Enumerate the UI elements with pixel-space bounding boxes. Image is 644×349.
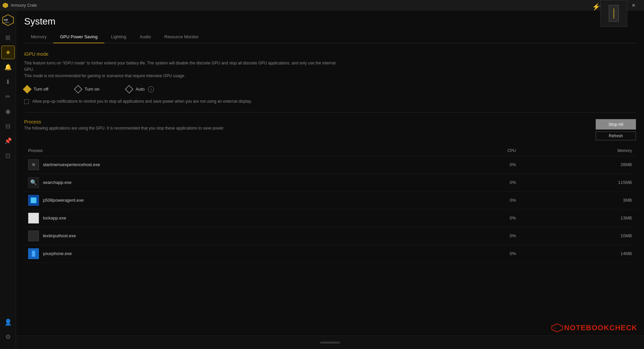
checkbox-label: Allow pop-up notifications to remind you… <box>32 99 252 104</box>
process-name: p508poweragent.exe <box>43 198 84 203</box>
process-icon <box>28 248 39 259</box>
process-name: textinputhost.exe <box>43 233 76 238</box>
sidebar-item-highlight[interactable]: ★ <box>1 46 15 59</box>
process-table: Process CPU Memory ✕ <box>24 146 636 263</box>
svg-text:TUF: TUF <box>4 19 8 21</box>
bottom-bar-indicator <box>320 342 340 344</box>
settings-icon: ⚙ <box>5 333 11 341</box>
tab-lighting[interactable]: Lighting <box>104 31 133 43</box>
tab-gpu-power-saving[interactable]: GPU Power Saving <box>53 31 104 43</box>
process-memory: 28MB <box>520 156 636 173</box>
tab-audio[interactable]: Audio <box>133 31 158 43</box>
corner-widget <box>600 0 627 27</box>
stop-all-button[interactable]: Stop All <box>596 119 636 130</box>
sidebar-item-home[interactable]: ⊞ <box>1 31 15 44</box>
process-memory: 115MB <box>520 173 636 191</box>
sidebar-item-sliders[interactable]: ⊟ <box>1 119 15 133</box>
process-section: Process The following applications are u… <box>24 119 636 263</box>
sidebar-item-media[interactable]: ◉ <box>1 105 15 118</box>
download-icon: ⬇ <box>5 78 10 86</box>
process-memory: 14MB <box>520 245 636 262</box>
process-name: yourphone.exe <box>43 251 72 256</box>
process-desc: The following applications are using the… <box>24 126 224 131</box>
svg-text:GAMING: GAMING <box>3 22 9 23</box>
bottom-bar <box>16 336 644 349</box>
process-cpu: 0% <box>435 173 520 191</box>
table-row: ✕ startmenuexperiencehost.exe 0% 28MB <box>24 156 636 173</box>
user-icon: 👤 <box>4 318 12 326</box>
sliders-icon: ⊟ <box>5 122 10 130</box>
table-row: yourphone.exe 0% 14MB <box>24 245 636 262</box>
sidebar-item-settings[interactable]: ⚙ <box>1 330 15 344</box>
process-name: startmenuexperiencehost.exe <box>43 162 100 167</box>
tab-memory[interactable]: Memory <box>24 31 53 43</box>
pin-icon: 📌 <box>4 137 12 145</box>
app-title: Armoury Crate <box>11 3 37 8</box>
process-icon <box>28 213 39 223</box>
info-icon[interactable]: i <box>148 86 154 92</box>
sidebar: TUF GAMING ⊞ ★ 🔔 ⬇ ✏ ◉ ⊟ 📌 ⊡ <box>0 11 16 349</box>
igpu-title: iGPU mode <box>24 51 636 57</box>
process-name: searchapp.exe <box>43 180 71 185</box>
tab-resource-monitor[interactable]: Resource Monitor <box>158 31 206 43</box>
diamond-filled-icon <box>23 85 31 93</box>
sidebar-item-pin[interactable]: 📌 <box>1 134 15 148</box>
turn-on-label: Turn on <box>85 87 99 92</box>
sidebar-item-notifications[interactable]: 🔔 <box>1 60 15 74</box>
process-cpu: 0% <box>435 191 520 209</box>
refresh-button[interactable]: Refresh <box>596 132 636 140</box>
igpu-section: iGPU mode This feature turns on "iGPU mo… <box>24 51 636 104</box>
toggle-auto[interactable]: Auto i <box>126 86 154 92</box>
toggle-row: Turn off Turn on Auto i <box>24 86 636 92</box>
process-cpu: 0% <box>435 209 520 227</box>
process-name: lockapp.exe <box>43 215 66 220</box>
process-memory: 3MB <box>520 191 636 209</box>
corner-icon: ⚡ <box>592 3 600 11</box>
process-header: Process The following applications are u… <box>24 119 636 140</box>
sidebar-item-pen[interactable]: ✏ <box>1 90 15 103</box>
sidebar-item-download[interactable]: ⬇ <box>1 75 15 89</box>
process-cpu: 0% <box>435 245 520 262</box>
table-row: lockapp.exe 0% 13MB <box>24 209 636 227</box>
auto-label: Auto <box>136 87 145 92</box>
corner-widget-inner <box>609 5 619 22</box>
watermark-text: NOTEBOOKCHECK <box>564 323 637 332</box>
process-title-block: Process The following applications are u… <box>24 119 224 131</box>
toggle-turn-on[interactable]: Turn on <box>75 86 99 92</box>
bell-icon: 🔔 <box>4 63 12 71</box>
toggle-turn-off[interactable]: Turn off <box>24 86 48 92</box>
process-icon: 🔍 <box>28 177 39 188</box>
process-cpu: 0% <box>435 227 520 245</box>
diamond-auto-icon <box>125 85 133 93</box>
tabs: Memory GPU Power Saving Lighting Audio R… <box>24 31 636 43</box>
igpu-description: This feature turns on "iGPU mode" to fur… <box>24 60 346 80</box>
process-name-cell: textinputhost.exe <box>24 227 435 245</box>
page-header: System Memory GPU Power Saving Lighting … <box>16 11 644 43</box>
process-name-cell: ✕ startmenuexperiencehost.exe <box>24 156 435 173</box>
process-memory: 10MB <box>520 227 636 245</box>
process-icon: ✕ <box>28 159 39 170</box>
sidebar-bottom: 👤 ⚙ <box>1 315 15 346</box>
sidebar-item-user[interactable]: 👤 <box>1 315 15 329</box>
col-cpu: CPU <box>435 146 520 156</box>
col-memory: Memory <box>520 146 636 156</box>
process-memory: 13MB <box>520 209 636 227</box>
pen-icon: ✏ <box>5 93 10 100</box>
process-buttons: Stop All Refresh <box>596 119 636 140</box>
media-icon: ◉ <box>5 108 11 115</box>
table-row: p508poweragent.exe 0% 3MB <box>24 191 636 209</box>
process-icon <box>28 195 39 206</box>
table-row: textinputhost.exe 0% 10MB <box>24 227 636 245</box>
sidebar-item-display[interactable]: ⊡ <box>1 149 15 162</box>
notification-checkbox[interactable] <box>24 99 29 104</box>
main-content: iGPU mode This feature turns on "iGPU mo… <box>16 43 644 336</box>
corner-widget-line <box>613 8 614 18</box>
page-title: System <box>24 16 636 27</box>
process-cpu: 0% <box>435 156 520 173</box>
process-name-cell: yourphone.exe <box>24 245 435 262</box>
svg-text:✓: ✓ <box>554 327 556 330</box>
process-title: Process <box>24 119 224 124</box>
title-bar-left: Armoury Crate <box>3 3 37 8</box>
close-button[interactable]: ✕ <box>626 0 641 11</box>
process-name-cell: p508poweragent.exe <box>24 191 435 209</box>
